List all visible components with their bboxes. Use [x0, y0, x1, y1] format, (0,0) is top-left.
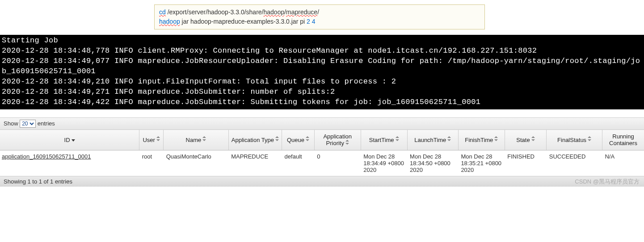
entries-select[interactable]: 20: [20, 120, 36, 128]
cell-state: FINISHED: [505, 150, 547, 176]
col-finishtime[interactable]: FinishTime: [458, 130, 505, 150]
col-priority[interactable]: Application Priority: [314, 130, 361, 150]
cell-name: QuasiMonteCarlo: [164, 150, 228, 176]
terminal-output: Starting Job 2020-12-28 18:34:48,778 INF…: [0, 35, 644, 109]
watermark-text: CSDN @黑马程序员官方: [575, 178, 640, 186]
command-line-2: hadoop jar hadoop-mapreduce-examples-3.3…: [159, 17, 480, 26]
col-starttime[interactable]: StartTime: [361, 130, 407, 150]
col-running-containers[interactable]: Running Containers: [602, 130, 644, 150]
cell-running-containers: N/A: [602, 150, 644, 176]
sort-desc-icon: [72, 139, 75, 142]
cell-apptype: MAPREDUCE: [228, 150, 282, 176]
col-queue[interactable]: Queue: [282, 130, 315, 150]
col-apptype[interactable]: Application Type: [228, 130, 282, 150]
cell-finishtime: Mon Dec 28 18:35:21 +0800 2020: [458, 150, 505, 176]
col-launchtime[interactable]: LaunchTime: [407, 130, 458, 150]
show-label: Show: [4, 120, 18, 127]
command-snippet: cd /export/server/hadoop-3.3.0/share/had…: [154, 4, 485, 29]
showing-info: Showing 1 to 1 of 1 entries: [4, 178, 72, 185]
hadoop-keyword: hadoop: [159, 18, 180, 25]
col-id[interactable]: ID: [0, 130, 139, 150]
entries-label: entries: [38, 120, 55, 127]
cell-priority: 0: [314, 150, 361, 176]
cell-user: root: [139, 150, 164, 176]
col-finalstatus[interactable]: FinalStatus: [547, 130, 602, 150]
cell-queue: default: [282, 150, 315, 176]
col-user[interactable]: User: [139, 130, 164, 150]
command-line-1: cd /export/server/hadoop-3.3.0/share/had…: [159, 8, 480, 17]
applications-table: ID User Name Application Type Queue Appl…: [0, 130, 644, 176]
cell-finalstatus: SUCCEEDED: [547, 150, 602, 176]
col-state[interactable]: State: [505, 130, 547, 150]
table-info-bar: Showing 1 to 1 of 1 entries CSDN @黑马程序员官…: [0, 176, 644, 187]
cell-launchtime: Mon Dec 28 18:34:50 +0800 2020: [407, 150, 458, 176]
table-row: application_1609150625711_0001 root Quas…: [0, 150, 644, 176]
cd-keyword: cd: [159, 8, 166, 16]
cell-starttime: Mon Dec 28 18:34:49 +0800 2020: [361, 150, 407, 176]
entries-length-bar: Show 20 entries: [0, 117, 644, 130]
table-header-row: ID User Name Application Type Queue Appl…: [0, 130, 644, 150]
col-name[interactable]: Name: [164, 130, 228, 150]
applications-table-section: Show 20 entries ID User Name Application…: [0, 117, 644, 187]
application-id-link[interactable]: application_1609150625711_0001: [2, 153, 91, 160]
